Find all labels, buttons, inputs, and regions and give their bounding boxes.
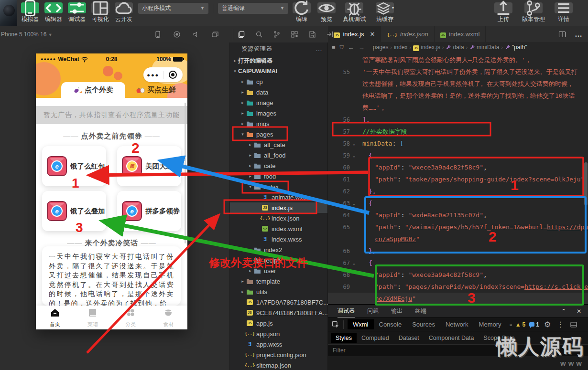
editor-tab-index.json[interactable]: {..}index.json — [381, 26, 434, 42]
mode-select[interactable]: 小程序模式▼ — [138, 3, 208, 14]
styles-tab-Styles[interactable]: Styles — [331, 333, 357, 343]
rotate-device-icon[interactable] — [154, 31, 162, 38]
devtools-tab-Memory[interactable]: Memory — [474, 319, 507, 329]
back-icon[interactable]: ← — [348, 44, 354, 51]
editor-scrollbar[interactable] — [584, 162, 588, 205]
bookmark-icon[interactable]: ⛉ — [340, 44, 344, 51]
toolbar-right-button[interactable]: 上传 — [492, 2, 514, 23]
devtools-tab-Network[interactable]: Network — [440, 319, 474, 329]
code-line[interactable]: 管严寒酷暑刮风下雨总会很耐心的男人—只会是送外卖的。'， — [328, 54, 588, 66]
tree-file-row[interactable]: Eanimate.wxss — [230, 192, 327, 202]
toolbar-action-button[interactable]: ▾清缓存 — [371, 2, 399, 23]
toolbar-action-button[interactable]: 编译 — [291, 2, 313, 23]
tree-folder-row[interactable]: ▸image — [230, 97, 327, 108]
extensions-icon[interactable] — [291, 31, 298, 38]
debugger-tab-输出[interactable]: 输出 — [391, 305, 403, 317]
tree-folder-row[interactable]: ▸imgs — [230, 118, 327, 129]
tree-file-row[interactable]: JSindex.js — [230, 202, 327, 213]
breadcrumb-item[interactable]: pages — [373, 44, 389, 51]
tree-folder-row[interactable]: ▸打开的编辑器 — [230, 55, 327, 66]
collapse-panel-icon[interactable] — [326, 31, 334, 38]
tree-file-row[interactable]: {..}index.json — [230, 213, 327, 223]
coupon-card[interactable]: e饿了么红包 — [42, 146, 106, 186]
editor-tab-index.wxml[interactable]: <>index.wxml — [435, 26, 486, 42]
coupon-card[interactable]: e饿了么叠加 — [42, 191, 106, 231]
tree-file-row[interactable]: {..}project.config.json — [230, 349, 327, 360]
code-line[interactable]: me/XdMEeju" — [328, 293, 588, 305]
devtools-tab-Console[interactable]: Console — [374, 319, 407, 329]
fold-icon[interactable]: ⌄ — [350, 261, 358, 265]
debugger-tab-终端[interactable]: 终端 — [415, 305, 426, 317]
user-avatar[interactable] — [0, 0, 17, 26]
code-line[interactable]: 56], — [328, 114, 588, 126]
code-line[interactable]: 他电话响了，是那个送外卖的！是的，送外卖的为了找到他，给他交了10块话 — [328, 90, 588, 102]
tree-folder-row[interactable]: ▸cate — [230, 160, 327, 171]
code-line[interactable]: 61"path": "taoke/pages/shopping-guide/in… — [328, 173, 588, 185]
code-line[interactable]: cn/aSppMG0z" — [328, 233, 588, 245]
tree-folder-row[interactable]: ▸cp — [230, 76, 327, 87]
breadcrumb-item[interactable]: miniData — [469, 44, 499, 51]
devtools-tab-Wxml[interactable]: Wxml — [348, 319, 374, 329]
code-line[interactable]: 62}, — [328, 185, 588, 197]
close-icon[interactable]: ✕ — [370, 31, 375, 38]
gear-icon[interactable]: ⚙ — [544, 320, 551, 329]
collapse-icon[interactable]: ⌃ — [561, 308, 566, 315]
code-line[interactable]: 58⌄miniData: [ — [328, 137, 588, 149]
code-line[interactable]: 67⌄{ — [328, 257, 588, 269]
code-line[interactable]: 59⌄{ — [328, 149, 588, 161]
code-line[interactable]: 64"appId": "wxde8ac0a21135c07d", — [328, 209, 588, 221]
save-all-icon[interactable] — [308, 31, 316, 38]
more-tabs-icon[interactable]: » — [510, 322, 512, 328]
code-line[interactable]: 费……'， — [328, 102, 588, 114]
code-line[interactable]: 66}, — [328, 245, 588, 257]
capsule-close-icon[interactable] — [163, 71, 183, 79]
styles-tab-Component-Data[interactable]: Component Data — [424, 333, 479, 343]
miniapp-tab-active[interactable]: 点个外卖 — [61, 82, 125, 98]
toolbar-nav-button[interactable]: 编辑器 — [43, 2, 65, 23]
code-line[interactable]: 57//外卖数据字段 — [328, 126, 588, 137]
compile-select[interactable]: 普通编译▼ — [218, 3, 288, 14]
close-icon[interactable]: ✕ — [577, 308, 581, 315]
split-editor-icon[interactable] — [558, 31, 566, 38]
devtools-tab-Sources[interactable]: Sources — [407, 319, 440, 329]
code-line[interactable]: 60"appId": "wxece3a9a4c82f58c9", — [328, 161, 588, 173]
code-line[interactable]: 68"appId": "wxece3a9a4c82f58c9", — [328, 269, 588, 281]
source-control-icon[interactable] — [273, 31, 281, 38]
tree-folder-row[interactable]: ▸data — [230, 87, 327, 97]
tabbar-item-home[interactable]: 首页 — [36, 306, 74, 329]
styles-tab-Scope-Data[interactable]: Scope Data — [479, 333, 519, 343]
tree-file-row[interactable]: JS9CE874B1867180BFFA... — [230, 307, 327, 318]
tree-file-row[interactable]: JSapp.js — [230, 318, 327, 328]
fold-icon[interactable]: ⌄ — [350, 153, 358, 158]
record-icon[interactable] — [173, 31, 181, 38]
device-selector[interactable]: Phone 5 100% 16 ▼ — [1, 31, 53, 38]
code-line[interactable]: 69"path": "pages/sharePid/web/index?scen… — [328, 281, 588, 293]
code-line[interactable]: 55'一天中午我们寝室大哥打电话叫了份外卖，隔了很久了还没送来。于是就又打 — [328, 66, 588, 78]
window-mode-icon[interactable] — [211, 31, 219, 38]
fold-icon[interactable]: ⌄ — [350, 201, 358, 206]
toolbar-right-button[interactable]: 详情 — [553, 2, 575, 23]
coupon-card[interactable]: e拼多多领券 — [117, 191, 181, 231]
kebab-menu-icon[interactable]: ⋮ — [556, 320, 564, 329]
debugger-tab-调试器[interactable]: 调试器 — [338, 305, 355, 317]
tree-file-row[interactable]: JS1A7FD9A7867180BF7C... — [230, 297, 327, 307]
toolbar-action-button[interactable]: 真机调试 — [340, 2, 368, 23]
toolbar-nav-button[interactable]: 可视化 — [89, 2, 111, 23]
more-icon[interactable]: … — [316, 45, 323, 53]
breadcrumb-item[interactable]: JSindex.js — [413, 44, 440, 51]
styles-tab-Computed[interactable]: Computed — [357, 333, 394, 343]
outline-icon[interactable]: ≡ — [332, 44, 336, 51]
toolbar-action-button[interactable]: 预览 — [316, 2, 338, 23]
miniapp-capsule[interactable]: ●●● — [143, 67, 183, 82]
tree-file-row[interactable]: Eindex.wxss — [230, 234, 327, 244]
debugger-tab-问题[interactable]: 问题 — [367, 305, 379, 317]
tree-file-row[interactable]: <>index.wxml — [230, 223, 327, 234]
inspect-element-icon[interactable] — [332, 321, 339, 328]
tabbar-item-pot[interactable]: 食材 — [150, 306, 187, 329]
mute-icon[interactable] — [192, 31, 200, 38]
code-line[interactable]: 过去想催催，结果发现自己手机竟然停机了。在大哥到处找人交话费的时候， — [328, 78, 588, 90]
tabbar-item-category[interactable]: 分类 — [112, 306, 150, 329]
tree-folder-row[interactable]: ▸recipe — [230, 255, 327, 265]
toolbar-nav-button[interactable]: 调试器 — [66, 2, 88, 23]
info-badge[interactable]: 1 — [529, 321, 539, 328]
